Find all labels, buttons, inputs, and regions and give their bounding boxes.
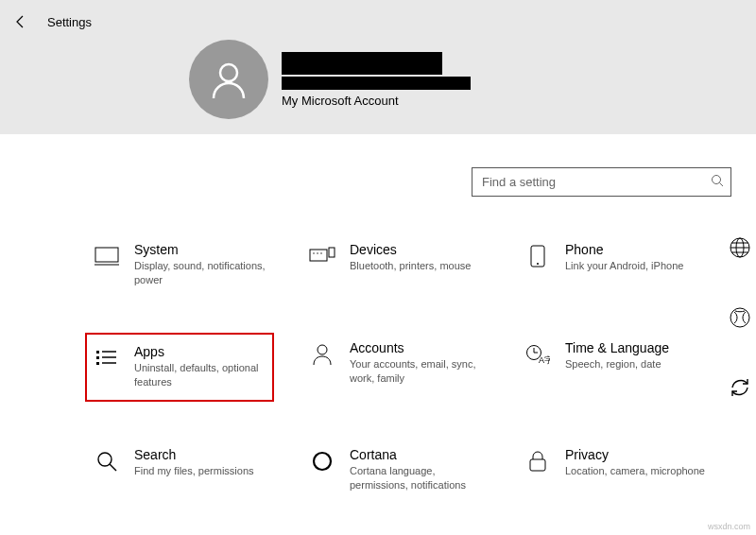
tile-desc: Uninstall, defaults, optional features xyxy=(134,361,266,389)
svg-rect-3 xyxy=(95,248,118,262)
tile-devices[interactable]: Devices Bluetooth, printers, mouse xyxy=(302,236,518,293)
sync-icon[interactable] xyxy=(729,376,751,399)
profile-block: My Microsoft Account xyxy=(189,40,471,119)
cortana-icon xyxy=(308,447,336,475)
tile-desc: Bluetooth, printers, mouse xyxy=(350,259,471,273)
svg-rect-6 xyxy=(329,248,335,257)
system-icon xyxy=(93,242,121,270)
tile-title: Privacy xyxy=(565,447,705,462)
apps-icon xyxy=(93,344,121,372)
tile-title: Search xyxy=(134,447,254,462)
svg-point-9 xyxy=(320,252,321,253)
svg-point-1 xyxy=(713,176,721,184)
tile-search[interactable]: Search Find my files, permissions xyxy=(87,441,302,498)
xbox-icon[interactable] xyxy=(729,306,751,329)
tile-title: Accounts xyxy=(350,340,491,355)
tile-desc: Speech, region, date xyxy=(565,357,669,371)
watermark: wsxdn.com xyxy=(708,522,750,531)
tile-desc: Find my files, permissions xyxy=(134,464,254,478)
phone-icon xyxy=(524,242,552,270)
tile-system[interactable]: System Display, sound, notifications, po… xyxy=(87,236,302,293)
header-banner: Settings My Microsoft Account xyxy=(0,0,756,134)
privacy-icon xyxy=(524,447,552,475)
tile-phone[interactable]: Phone Link your Android, iPhone xyxy=(518,236,733,293)
tile-desc: Link your Android, iPhone xyxy=(565,259,683,273)
settings-grid: System Display, sound, notifications, po… xyxy=(87,236,733,498)
my-microsoft-account-link[interactable]: My Microsoft Account xyxy=(282,94,471,108)
svg-point-11 xyxy=(537,263,539,265)
globe-icon[interactable] xyxy=(729,236,751,259)
svg-point-7 xyxy=(313,252,314,253)
svg-rect-5 xyxy=(310,250,327,261)
redacted-user-name xyxy=(282,52,442,75)
tile-privacy[interactable]: Privacy Location, camera, microphone xyxy=(518,441,733,498)
svg-line-24 xyxy=(110,464,116,471)
accounts-icon xyxy=(308,340,336,369)
search-container xyxy=(472,167,731,197)
svg-line-2 xyxy=(720,183,724,187)
search-tile-icon xyxy=(93,447,121,475)
tile-title: Time & Language xyxy=(565,340,669,355)
svg-point-8 xyxy=(317,252,318,253)
svg-point-18 xyxy=(318,345,327,354)
redacted-user-email xyxy=(282,77,471,90)
tile-time-language[interactable]: A字 Time & Language Speech, region, date xyxy=(518,335,733,401)
tile-title: System xyxy=(134,242,276,257)
tile-desc: Cortana language, permissions, notificat… xyxy=(350,464,491,492)
tile-cortana[interactable]: Cortana Cortana language, permissions, n… xyxy=(302,441,518,498)
devices-icon xyxy=(308,242,336,270)
svg-text:A字: A字 xyxy=(539,355,550,365)
tile-apps[interactable]: Apps Uninstall, defaults, optional featu… xyxy=(85,333,274,403)
tile-title: Devices xyxy=(350,242,471,257)
search-input[interactable] xyxy=(472,167,731,197)
page-title: Settings xyxy=(47,15,92,29)
svg-rect-12 xyxy=(96,351,99,354)
tile-title: Cortana xyxy=(350,447,491,462)
svg-rect-26 xyxy=(530,459,545,471)
svg-point-25 xyxy=(314,453,331,470)
time-language-icon: A字 xyxy=(524,340,552,369)
tile-title: Phone xyxy=(565,242,683,257)
avatar xyxy=(189,40,268,119)
tile-desc: Display, sound, notifications, power xyxy=(134,259,276,287)
tile-title: Apps xyxy=(134,344,266,359)
search-icon xyxy=(711,174,724,190)
right-edge-icons xyxy=(724,236,756,399)
svg-point-0 xyxy=(220,64,237,81)
back-button[interactable] xyxy=(13,14,28,29)
tile-desc: Your accounts, email, sync, work, family xyxy=(350,357,491,386)
svg-rect-14 xyxy=(96,362,99,365)
svg-point-23 xyxy=(98,453,112,466)
svg-rect-13 xyxy=(96,356,99,359)
tile-accounts[interactable]: Accounts Your accounts, email, sync, wor… xyxy=(302,335,518,401)
tile-desc: Location, camera, microphone xyxy=(565,464,705,478)
svg-point-30 xyxy=(730,308,749,327)
